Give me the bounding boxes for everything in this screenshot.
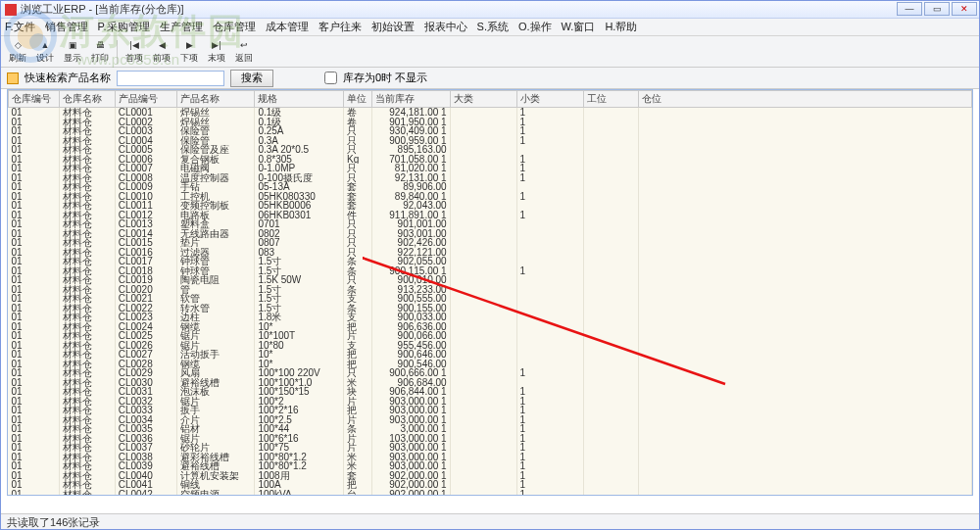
cell: CL0014 [115, 229, 176, 239]
table-row[interactable]: 01材料仓CL0041铜线100A把902,000.00 11 [9, 480, 972, 490]
column-header[interactable]: 规格 [255, 91, 344, 108]
menu-item-9[interactable]: S.系统 [477, 20, 509, 34]
table-row[interactable]: 01材料仓CL0029风扇100*100 220V只900,666.00 11 [9, 368, 972, 378]
table-row[interactable]: 01材料仓CL0014无线路由器0802只903,001.00 [9, 229, 972, 239]
close-button[interactable]: ✕ [952, 2, 977, 16]
table-row[interactable]: 01材料仓CL0030避裕线槽100*100*1.0米906,684.00 [9, 378, 972, 388]
cell: 902,055.00 [372, 257, 450, 266]
table-row[interactable]: 01材料仓CL0018钟球管1.5寸条900,115.00 11 [9, 266, 972, 276]
table-row[interactable]: 01材料仓CL0042空频电源100kVA台902,000.00 11 [9, 490, 972, 497]
table-row[interactable]: 01材料仓CL0040计算机安装架1008用套902,000.00 11 [9, 471, 972, 481]
table-row[interactable]: 01材料仓CL0003保险管0.25A只930,409.00 11 [9, 126, 972, 136]
table-row[interactable]: 01材料仓CL0020管1.5寸条913,233.00 [9, 285, 972, 295]
table-row[interactable]: 01材料仓CL0001焊锡丝0.1级卷924,181.00 11 [9, 108, 972, 118]
toolbar-nav-last[interactable]: ▶|末项 [204, 38, 229, 66]
table-row[interactable]: 01材料仓CL0026锯片10*80支955,456.00 [9, 341, 972, 351]
column-header[interactable]: 仓位 [639, 91, 972, 108]
toolbar-nav-prev[interactable]: ◀前项 [149, 38, 174, 66]
cell: 100*44 [255, 424, 344, 434]
table-row[interactable]: 01材料仓CL0031泡沫板100*150*15块906,844.00 11 [9, 387, 972, 397]
return-label: 返回 [235, 52, 253, 65]
cell: 1 [516, 126, 583, 136]
table-row[interactable]: 01材料仓CL0027活动扳手10*把900,646.00 [9, 350, 972, 360]
toolbar-nav-next[interactable]: ▶下项 [176, 38, 202, 66]
column-header[interactable]: 产品编号 [115, 91, 176, 108]
cell: 泡沫板 [177, 387, 255, 397]
menu-item-8[interactable]: 报表中心 [424, 20, 467, 34]
table-row[interactable]: 01材料仓CL0002焊锡丝0.1级卷901,950.00 11 [9, 118, 972, 127]
table-row[interactable]: 01材料仓CL0023边柱1.8米支900,033.00 [9, 313, 972, 322]
table-row[interactable]: 01材料仓CL0008温度控制器0-100摄氏度只92,131.00 11 [9, 173, 972, 183]
column-header[interactable]: 仓库编号 [9, 91, 60, 108]
table-row[interactable]: 01材料仓CL0005保险管及座0.3A 20*0.5只895,163.00 [9, 145, 972, 155]
toolbar-nav-first[interactable]: |◀首项 [122, 38, 147, 66]
table-row[interactable]: 01材料仓CL0034介片100*2.5片903,000.00 11 [9, 415, 972, 425]
search-button[interactable]: 搜索 [230, 70, 273, 87]
cell: 材料仓 [60, 434, 116, 444]
table-row[interactable]: 01材料仓CL0006复合钢板0.8*305Kg701,058.00 11 [9, 155, 972, 165]
table-row[interactable]: 01材料仓CL0004保险管0.3A只900,959.00 11 [9, 136, 972, 146]
cell: 块 [343, 387, 371, 397]
table-row[interactable]: 01材料仓CL0016过滤器083只922,121.00 [9, 248, 972, 258]
column-header[interactable]: 单位 [343, 91, 371, 108]
column-header[interactable]: 小类 [516, 91, 583, 108]
table-row[interactable]: 01材料仓CL0009手钻05-13A套89,906.00 [9, 182, 972, 192]
menu-item-2[interactable]: P.采购管理 [98, 20, 150, 34]
table-row[interactable]: 01材料仓CL0019陶瓷电阻1.5K 50W只900,010.00 [9, 275, 972, 285]
table-row[interactable]: 01材料仓CL0035铝材100*44条3,000.00 11 [9, 424, 972, 434]
search-input[interactable] [117, 71, 224, 86]
toolbar-return[interactable]: ↩返回 [231, 38, 257, 66]
inventory-grid[interactable]: 仓库编号仓库名称产品编号产品名称规格单位当前库存大类小类工位仓位 01材料仓CL… [8, 90, 972, 496]
menu-item-6[interactable]: 客户往来 [318, 20, 362, 34]
toolbar-refresh[interactable]: ◇刷新 [5, 38, 30, 66]
cell [450, 164, 516, 173]
cell: 材料仓 [60, 229, 116, 239]
table-row[interactable]: 01材料仓CL0037砂轮片100*75片903,000.00 11 [9, 443, 972, 453]
cell: 05HK080330 [255, 192, 344, 202]
table-row[interactable]: 01材料仓CL0022转水管1.5寸条900,155.00 [9, 304, 972, 313]
menu-item-4[interactable]: 仓库管理 [213, 20, 256, 34]
menu-item-10[interactable]: O.操作 [518, 20, 552, 34]
table-row[interactable]: 01材料仓CL0024钢缆10*把906,636.00 [9, 322, 972, 332]
grid-container: 仓库编号仓库名称产品编号产品名称规格单位当前库存大类小类工位仓位 01材料仓CL… [7, 89, 973, 496]
table-row[interactable]: 01材料仓CL0007电磁阀0-1.0MP只81,020.00 11 [9, 164, 972, 173]
table-row[interactable]: 01材料仓CL0036锯片100*6*16片103,000.00 11 [9, 434, 972, 444]
table-row[interactable]: 01材料仓CL0033扳手100*2*16把903,000.00 11 [9, 406, 972, 415]
toolbar-printer[interactable]: 🖶打印 [87, 38, 113, 66]
table-row[interactable]: 01材料仓CL0039避裕线槽100*80*1.2米903,000.00 11 [9, 461, 972, 471]
menu-item-1[interactable]: 销售管理 [45, 20, 88, 34]
menu-item-7[interactable]: 初始设置 [371, 20, 415, 34]
table-row[interactable]: 01材料仓CL0032锯片100*2片903,000.00 11 [9, 397, 972, 407]
table-row[interactable]: 01材料仓CL0028钢缆10*把900,546.00 [9, 360, 972, 369]
menu-item-0[interactable]: F.文件 [5, 20, 35, 34]
table-row[interactable]: 01材料仓CL0013塑料盒0701只901,001.00 [9, 219, 972, 229]
table-row[interactable]: 01材料仓CL0012电路板06HKB0301件911,891.00 11 [9, 211, 972, 220]
cell: 01 [9, 192, 60, 202]
cell: 92,131.00 1 [372, 173, 450, 183]
table-row[interactable]: 01材料仓CL0017钟球管1.5寸条902,055.00 [9, 257, 972, 266]
maximize-button[interactable]: ▭ [924, 2, 950, 16]
table-row[interactable]: 01材料仓CL0011变频控制板05HKB0006套92,043.00 [9, 201, 972, 211]
table-row[interactable]: 01材料仓CL0038避彩裕线槽100*80*1.2米903,000.00 11 [9, 453, 972, 462]
toolbar-print[interactable]: ▣显示 [60, 38, 85, 66]
cell: 材料仓 [60, 275, 116, 285]
column-header[interactable]: 仓库名称 [60, 91, 116, 108]
column-header[interactable]: 产品名称 [177, 91, 255, 108]
menu-item-11[interactable]: W.窗口 [562, 20, 596, 34]
column-header[interactable]: 当前库存 [372, 91, 450, 108]
column-header[interactable]: 工位 [583, 91, 639, 108]
table-row[interactable]: 01材料仓CL0025锯片10*100T片900,066.00 [9, 331, 972, 341]
table-row[interactable]: 01材料仓CL0010工控机05HK080330套89,840.00 11 [9, 192, 972, 202]
menu-item-12[interactable]: H.帮助 [605, 20, 637, 34]
menu-item-5[interactable]: 成本管理 [266, 20, 309, 34]
toolbar-first[interactable]: ▲设计 [32, 38, 58, 66]
minimize-button[interactable]: — [897, 2, 922, 16]
cell: 01 [9, 434, 60, 444]
cell: 材料仓 [60, 397, 116, 407]
menu-item-3[interactable]: 生产管理 [160, 20, 203, 34]
hide-zero-checkbox[interactable] [324, 72, 337, 84]
column-header[interactable]: 大类 [450, 91, 516, 108]
table-row[interactable]: 01材料仓CL0015垫片0807只902,426.00 [9, 238, 972, 248]
table-row[interactable]: 01材料仓CL0021软管1.5寸支900,555.00 [9, 294, 972, 304]
cell: 01 [9, 350, 60, 360]
